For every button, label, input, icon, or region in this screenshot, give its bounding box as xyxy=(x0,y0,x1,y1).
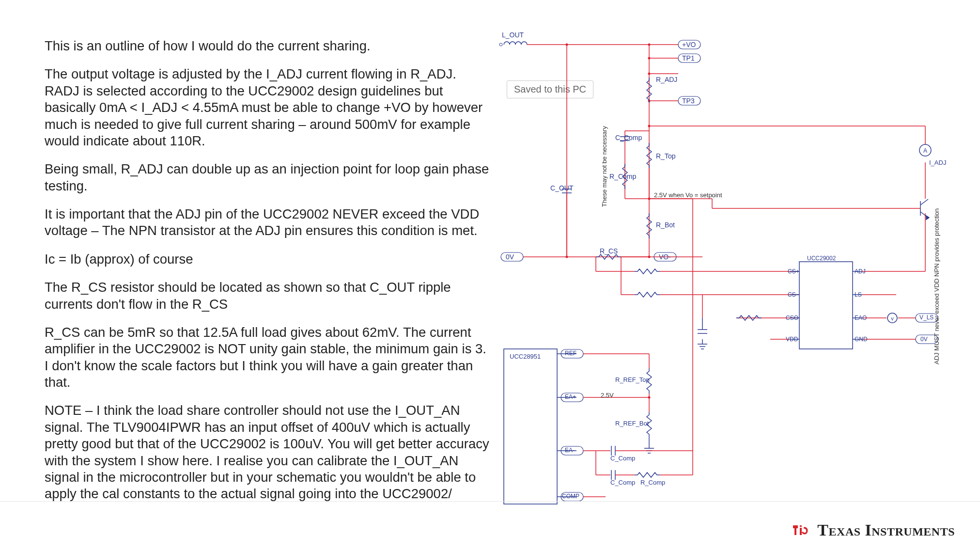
footer-divider xyxy=(0,501,980,502)
body-text: This is an outline of how I would do the… xyxy=(45,38,490,514)
svg-marker-53 xyxy=(926,216,929,220)
schematic-diagram: A v xyxy=(499,29,942,509)
pin-csn: CS- xyxy=(788,291,798,298)
comp-c-out: C_OUT xyxy=(550,184,573,192)
svg-point-14 xyxy=(499,43,502,46)
svg-rect-63 xyxy=(504,349,557,504)
pin-eap: EA+ xyxy=(565,394,576,400)
pin-ls: LS xyxy=(855,291,862,298)
comp-r-top: R_Top xyxy=(656,152,675,160)
comp-r-ref-top: R_REF_Top xyxy=(615,376,650,383)
note-npn: ADJ MUST never exceed VDD NPN provides p… xyxy=(933,208,940,364)
svg-line-51 xyxy=(920,199,928,205)
net-vo-minus: VO- xyxy=(659,253,671,261)
net-vo-plus: +VO xyxy=(682,41,696,48)
pin-cso: CSO xyxy=(786,315,798,321)
net-0v-left: 0V xyxy=(506,253,514,261)
pin-eao: EAO xyxy=(855,315,867,321)
comp-c-comp-3: C_Comp xyxy=(610,479,635,486)
chip-ucc29002: UCC29002 xyxy=(807,255,836,262)
schematic-svg: A v xyxy=(499,29,942,509)
net-tp1: TP1 xyxy=(682,54,695,62)
paragraph: The R_CS resistor should be located as s… xyxy=(45,279,490,313)
paragraph: This is an outline of how I would do the… xyxy=(45,38,490,54)
paragraph: NOTE – I think the load share controller… xyxy=(45,402,490,502)
net-i-adj: I_ADJ xyxy=(929,159,946,166)
chip-ucc28951: UCC28951 xyxy=(510,353,541,360)
comp-c-comp-2: C_Comp xyxy=(610,455,635,462)
comp-r-ref-bot: R_REF_Bot xyxy=(615,420,649,427)
ti-logo-icon xyxy=(791,522,810,538)
pin-csp: CS+ xyxy=(788,268,799,275)
pin-adj: ADJ xyxy=(855,268,866,275)
paragraph: R_CS can be 5mR so that 12.5A full load … xyxy=(45,324,490,391)
brand-footer: Texas Instruments xyxy=(791,521,955,539)
pin-vdd: VDD xyxy=(786,336,798,343)
comp-r-cs: R_CS xyxy=(600,247,618,255)
paragraph: It is important that the ADJ pin of the … xyxy=(45,206,490,239)
svg-rect-39 xyxy=(799,262,853,349)
note-setpoint: 2.5V when Vo = setpoint xyxy=(654,191,722,199)
pin-ref: REF xyxy=(565,350,576,357)
paragraph: Being small, R_ADJ can double up as an i… xyxy=(45,161,490,194)
paragraph: Ic = Ib (approx) of course xyxy=(45,251,490,268)
note-ea-plus: 2.5V xyxy=(601,392,614,399)
slide: This is an outline of how I would do the… xyxy=(0,0,980,552)
pin-gnd: GND xyxy=(855,336,868,343)
net-v-ls: V_LS xyxy=(919,314,933,321)
brand-name: Texas Instruments xyxy=(817,521,955,539)
pin-ean: EA- xyxy=(565,447,575,454)
note-maybe: These may not be necessary xyxy=(601,126,608,207)
comp-r-bot: R_Bot xyxy=(656,221,675,229)
paragraph: The output voltage is adjusted by the I_… xyxy=(45,66,490,149)
comp-r-comp-2: R_Comp xyxy=(640,479,665,486)
comp-r-adj: R_ADJ xyxy=(656,76,677,83)
pin-comp: COMP xyxy=(562,493,579,500)
comp-c-comp: C_Comp xyxy=(615,134,642,142)
comp-r-comp: R_Comp xyxy=(609,173,636,180)
net-0v-right: 0V xyxy=(920,336,928,343)
net-l-out: L_OUT xyxy=(502,31,524,39)
net-tp3: TP3 xyxy=(682,97,695,105)
